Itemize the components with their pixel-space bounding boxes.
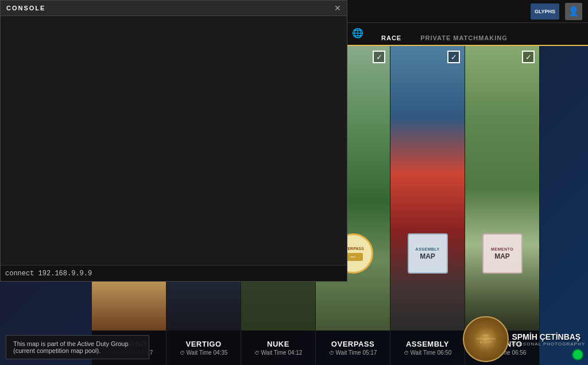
overpass-stripes: ══ bbox=[350, 255, 355, 259]
overpass-checkbox[interactable]: ✓ bbox=[373, 51, 385, 63]
tooltip-text: This map is part of the Active Duty Grou… bbox=[13, 340, 129, 354]
map-image-assembly: ASSEMBLY MAP bbox=[390, 46, 465, 331]
rank-badge: GLYPHS bbox=[531, 3, 559, 20]
watermark-text-block: SPMİH ÇETİNBAŞ PERSONAL PHOTOGRAPHY bbox=[512, 332, 585, 347]
memento-logo: MEMENTO MAP bbox=[482, 233, 523, 274]
memento-checkbox[interactable]: ✓ bbox=[522, 51, 535, 63]
console-body bbox=[1, 16, 347, 281]
map-wait-overpass: ⏱ Wait Time 05:17 bbox=[329, 349, 377, 356]
clock-icon-overpass: ⏱ bbox=[329, 350, 334, 356]
map-name-overpass: Overpass bbox=[331, 340, 374, 348]
watermark: MAPPERSONATINGBLOG OF SPMİH ÇETİNBAŞ PER… bbox=[463, 316, 585, 362]
memento-map-text: MAP bbox=[494, 252, 510, 260]
console-header: CONSOLE ✕ bbox=[1, 1, 347, 16]
close-icon[interactable]: ✕ bbox=[334, 3, 341, 13]
map-card-assembly[interactable]: ASSEMBLY MAP ✓ bbox=[390, 46, 465, 331]
clock-icon-vertigo: ⏱ bbox=[180, 350, 185, 356]
assembly-map-text: MAP bbox=[420, 252, 435, 260]
globe-icon: 🌐 bbox=[352, 28, 363, 39]
assembly-logo: ASSEMBLY MAP bbox=[408, 233, 448, 274]
console-input-text: connect 192.168.9.9.9 bbox=[5, 270, 92, 278]
map-name-vertigo: Vertigo bbox=[185, 340, 221, 348]
console-input-area[interactable]: connect 192.168.9.9.9 bbox=[1, 265, 347, 281]
tab-race[interactable]: RACE bbox=[373, 31, 409, 46]
wait-time-vertigo: Wait Time 04:35 bbox=[187, 349, 228, 356]
watermark-subtitle: PERSONAL PHOTOGRAPHY bbox=[512, 341, 585, 347]
watermark-name: SPMİH ÇETİNBAŞ bbox=[512, 332, 585, 341]
nav-right: GLYPHS 👤 bbox=[531, 3, 582, 20]
map-info-nuke: Nuke ⏱ Wait Time 04:12 bbox=[241, 331, 316, 365]
wait-time-assembly: Wait Time 06:50 bbox=[411, 349, 452, 356]
map-card-memento[interactable]: MEMENTO MAP ✓ bbox=[465, 46, 540, 331]
map-info-overpass: Overpass ⏱ Wait Time 05:17 bbox=[316, 331, 390, 365]
map-info-vertigo: Vertigo ⏱ Wait Time 04:35 bbox=[167, 331, 241, 365]
map-info-assembly: Assembly ⏱ Wait Time 06:50 bbox=[390, 331, 465, 365]
map-name-assembly: Assembly bbox=[406, 340, 449, 348]
console-title: CONSOLE bbox=[6, 5, 45, 11]
tab-bar: 🌐 RACE PRIVATE MATCHMAKING bbox=[347, 23, 588, 46]
map-tooltip: This map is part of the Active Duty Grou… bbox=[6, 335, 149, 359]
user-avatar: 👤 bbox=[565, 3, 582, 20]
wait-time-overpass: Wait Time 05:17 bbox=[336, 349, 377, 356]
console-panel: CONSOLE ✕ connect 192.168.9.9.9 bbox=[0, 0, 347, 282]
clock-icon-assembly: ⏱ bbox=[404, 350, 409, 356]
clock-icon-nuke: ⏱ bbox=[254, 350, 260, 356]
map-name-nuke: Nuke bbox=[267, 340, 289, 348]
map-wait-nuke: ⏱ Wait Time 04:12 bbox=[254, 349, 303, 356]
watermark-badge: MAPPERSONATINGBLOG OF bbox=[463, 316, 509, 362]
assembly-logo-text: ASSEMBLY bbox=[415, 247, 439, 252]
map-image-memento: MEMENTO MAP bbox=[465, 46, 539, 331]
map-wait-assembly: ⏱ Wait Time 06:50 bbox=[404, 349, 452, 356]
memento-logo-text: MEMENTO bbox=[491, 247, 513, 252]
watermark-badge-text: MAPPERSONATINGBLOG OF bbox=[476, 334, 496, 344]
tab-private-matchmaking[interactable]: PRIVATE MATCHMAKING bbox=[412, 31, 516, 46]
wait-time-nuke: Wait Time 04:12 bbox=[261, 349, 303, 356]
signal-indicator bbox=[572, 349, 583, 360]
map-wait-vertigo: ⏱ Wait Time 04:35 bbox=[180, 349, 228, 356]
assembly-checkbox[interactable]: ✓ bbox=[447, 51, 460, 63]
